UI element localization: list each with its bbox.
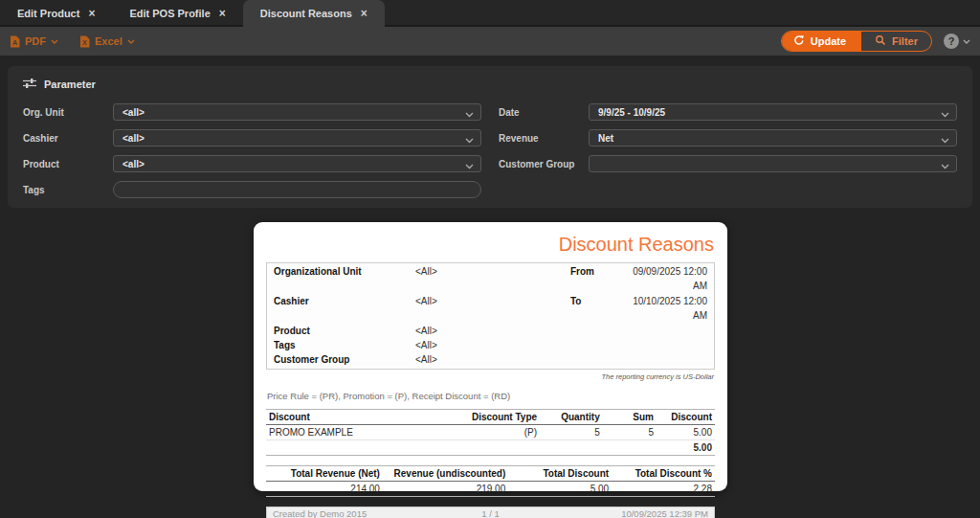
column-header: Discount — [657, 409, 715, 424]
org-unit-value: <all> — [122, 107, 145, 118]
parameter-form: Org. Unit <all> Cashier <all> Product — [23, 103, 957, 207]
excel-file-icon: X — [79, 35, 90, 48]
close-icon[interactable]: × — [361, 8, 368, 19]
close-icon[interactable]: × — [219, 8, 226, 19]
total-discount-pct: 2.28 — [612, 481, 715, 496]
parameter-panel-header: Parameter — [23, 78, 957, 91]
date-range-select[interactable]: 9/9/25 - 10/9/25 — [589, 103, 957, 121]
close-icon[interactable]: × — [88, 8, 95, 19]
range-label: To — [570, 294, 626, 324]
column-header: Discount Type — [446, 409, 540, 424]
param-row: Customer Group <All> — [274, 352, 707, 367]
pdf-file-icon: A — [10, 35, 20, 48]
cashier-select[interactable]: <all> — [113, 129, 481, 146]
param-row: Product <All> — [274, 324, 707, 338]
tabbar-underline — [0, 25, 980, 27]
report-parameter-summary: Organizational Unit <All> From 09/09/202… — [266, 262, 715, 370]
update-button[interactable]: Update — [782, 32, 861, 51]
currency-note: The reporting currency is US-Dollar — [266, 372, 714, 381]
param-value: <All> — [415, 338, 570, 352]
discount-name: PROMO EXAMPLE — [266, 424, 446, 439]
excel-export-button[interactable]: X Excel — [79, 35, 135, 48]
revenue-undiscounted: 219.00 — [383, 481, 508, 496]
update-label: Update — [811, 35, 846, 47]
org-unit-select[interactable]: <all> — [113, 103, 481, 121]
help-menu[interactable]: ? — [944, 34, 970, 49]
tab-label: Edit Product — [17, 8, 79, 19]
toolbar: A PDF X Excel Update — [0, 27, 980, 56]
report-footer: Created by Demo 2015 1 / 1 10/09/2025 12… — [266, 507, 715, 518]
product-value: <all> — [122, 159, 145, 169]
tab-bar: Edit Product × Edit POS Profile × Discou… — [0, 0, 980, 27]
param-label: Product — [274, 324, 415, 338]
chevron-down-icon — [941, 161, 949, 171]
page-number: 1 / 1 — [418, 508, 564, 518]
sliders-icon — [23, 78, 36, 91]
revenue-select[interactable]: Net — [589, 129, 957, 146]
date-range-value: 9/9/25 - 10/9/25 — [598, 107, 665, 118]
date-label: Date — [499, 107, 589, 118]
customer-group-label: Customer Group — [499, 159, 589, 169]
chevron-down-icon — [465, 135, 474, 146]
tab-discount-reasons[interactable]: Discount Reasons × — [243, 0, 385, 27]
param-value: <All> — [415, 294, 570, 324]
param-row: Tags <All> — [274, 338, 707, 352]
pdf-export-button[interactable]: A PDF — [10, 35, 58, 48]
column-header: Revenue (undiscounted) — [383, 465, 508, 481]
param-label: Customer Group — [274, 352, 415, 367]
excel-label: Excel — [95, 35, 122, 47]
total-revenue-net: 214.00 — [266, 481, 383, 496]
form-row: Product <all> — [23, 155, 481, 172]
tags-input[interactable] — [113, 181, 481, 198]
total-discount: 5.00 — [508, 481, 612, 496]
chevron-down-icon — [963, 39, 970, 44]
column-header: Total Revenue (Net) — [266, 465, 383, 481]
revenue-label: Revenue — [499, 133, 589, 144]
org-unit-label: Org. Unit — [23, 107, 113, 118]
generated-timestamp: 10/09/2025 12:39 PM — [563, 508, 708, 518]
tab-edit-pos-profile[interactable]: Edit POS Profile × — [112, 0, 242, 27]
form-row: Revenue Net — [499, 129, 957, 146]
product-select[interactable]: <all> — [113, 155, 481, 172]
form-column-right: Date 9/9/25 - 10/9/25 Revenue Net Custom… — [499, 103, 957, 207]
svg-text:X: X — [82, 39, 87, 46]
discount-table-header: Discount Discount Type Quantity Sum Disc… — [266, 409, 715, 424]
table-total-row: 5.00 — [266, 439, 715, 455]
chevron-down-icon — [127, 39, 135, 44]
customer-group-select[interactable] — [589, 155, 957, 172]
quantity: 5 — [540, 424, 603, 439]
magnifier-icon — [875, 34, 886, 48]
update-filter-group: Update Filter — [781, 31, 932, 52]
form-row: Date 9/9/25 - 10/9/25 — [499, 103, 957, 121]
chevron-down-icon — [465, 161, 474, 171]
param-row: Cashier <All> To 10/10/2025 12:00 AM — [274, 294, 707, 324]
param-label: Tags — [274, 338, 415, 352]
column-header: Discount — [266, 409, 446, 424]
discount-total: 5.00 — [657, 439, 715, 455]
report-preview: Discount Reasons Organizational Unit <Al… — [254, 222, 727, 491]
form-row: Org. Unit <all> — [23, 103, 481, 121]
sum: 5 — [603, 424, 657, 439]
filter-button[interactable]: Filter — [861, 32, 931, 51]
discount-legend: Price Rule = (PR), Promotion = (P), Rece… — [267, 391, 714, 401]
tab-edit-product[interactable]: Edit Product × — [0, 0, 112, 27]
cashier-label: Cashier — [23, 133, 113, 144]
svg-text:A: A — [12, 39, 17, 46]
parameter-panel: Parameter Org. Unit <all> Cashier <all> — [8, 66, 972, 208]
summary-table-header: Total Revenue (Net) Revenue (undiscounte… — [266, 465, 715, 481]
form-row: Cashier <all> — [23, 129, 481, 146]
chevron-down-icon — [465, 109, 474, 120]
column-header: Total Discount % — [612, 465, 715, 481]
param-row: Organizational Unit <All> From 09/09/202… — [274, 264, 707, 294]
form-row: Tags — [23, 181, 481, 198]
created-by: Created by Demo 2015 — [273, 508, 418, 518]
param-value: <All> — [415, 324, 570, 338]
app-window: Edit Product × Edit POS Profile × Discou… — [0, 0, 980, 518]
column-header: Quantity — [540, 409, 603, 424]
param-label: Cashier — [274, 294, 415, 324]
range-label: From — [570, 264, 626, 294]
table-row: PROMO EXAMPLE (P) 5 5 5.00 — [266, 424, 715, 439]
range-value: 10/10/2025 12:00 AM — [626, 294, 707, 324]
panel-title: Parameter — [44, 79, 96, 90]
question-icon[interactable]: ? — [944, 34, 959, 49]
